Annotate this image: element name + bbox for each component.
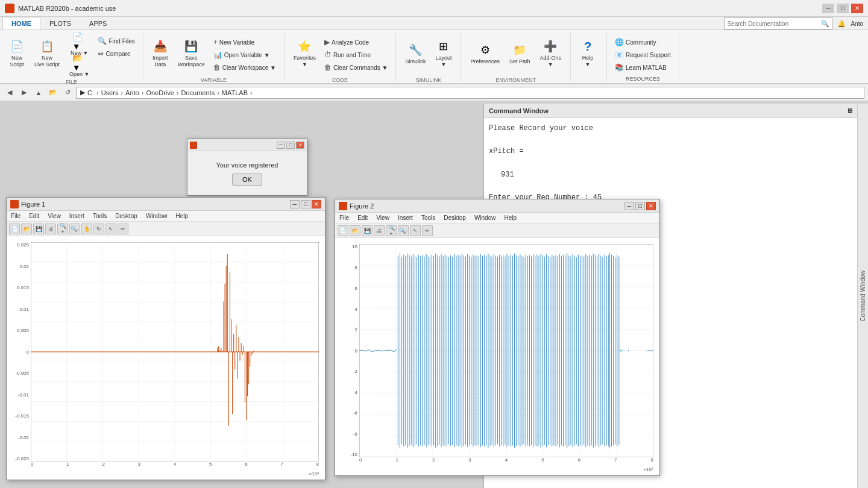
- open-icon: 📂▼: [72, 55, 87, 70]
- find-files-button[interactable]: 🔍 Find Files: [95, 35, 137, 47]
- fig2-menu-tools[interactable]: Tools: [420, 214, 437, 221]
- fig1-x-axis: 0 1 2 3 4 5 6 7 8: [31, 461, 319, 477]
- fig1-tb-new[interactable]: 📄: [9, 224, 20, 234]
- back-button[interactable]: ◀: [4, 87, 16, 99]
- fig1-menu-view[interactable]: View: [46, 213, 63, 219]
- dialog-minimize[interactable]: ─: [277, 142, 285, 149]
- up-button[interactable]: ▲: [33, 87, 45, 99]
- new-variable-label: New Variable: [219, 39, 255, 46]
- fig1-tb-save[interactable]: 💾: [33, 224, 44, 234]
- analyze-code-button[interactable]: ▶ Analyze Code: [321, 36, 391, 48]
- maximize-button[interactable]: □: [837, 4, 849, 13]
- save-workspace-button[interactable]: 💾 SaveWorkspace: [174, 33, 209, 75]
- new-script-button[interactable]: 📄 NewScript: [5, 33, 29, 75]
- resources-buttons: 🌐 Community 📧 Request Support 📚 Learn MA…: [612, 33, 674, 74]
- open-variable-button[interactable]: 📊 Open Variable ▼: [210, 49, 279, 61]
- fig2-tb-save[interactable]: 💾: [362, 225, 373, 236]
- new-script-icon: 📄: [10, 39, 24, 54]
- set-path-button[interactable]: 📁 Set Path: [505, 33, 535, 75]
- dialog-ok-button[interactable]: OK: [232, 174, 262, 186]
- preferences-button[interactable]: ⚙ Preferences: [466, 33, 504, 75]
- ribbon-section-resources: 🌐 Community 📧 Request Support 📚 Learn MA…: [607, 33, 679, 81]
- tab-plots[interactable]: PLOTS: [40, 17, 80, 30]
- fig2-tb-zoom-in[interactable]: 🔍+: [386, 225, 397, 236]
- compare-button[interactable]: ⇔ Compare: [95, 48, 137, 60]
- ribbon-section-code: ⭐ Favorites▼ ▶ Analyze Code ⏱ Run and Ti…: [285, 33, 397, 81]
- add-ons-button[interactable]: ➕ Add-Ons▼: [535, 33, 565, 75]
- import-data-icon: 📥: [153, 39, 168, 54]
- fig1-menu-desktop[interactable]: Desktop: [113, 213, 139, 219]
- fig1-menu-help[interactable]: Help: [174, 213, 190, 219]
- figure2-window: Figure 2 ─ □ ✕ File Edit View Insert Too…: [335, 199, 660, 476]
- import-data-button[interactable]: 📥 ImportData: [148, 33, 172, 75]
- fig1-maximize[interactable]: □: [301, 200, 310, 208]
- fig2-minimize[interactable]: ─: [624, 202, 634, 210]
- favorites-button[interactable]: ⭐ Favorites▼: [289, 33, 320, 75]
- fig1-close[interactable]: ✕: [312, 200, 321, 208]
- fig2-maximize[interactable]: □: [635, 202, 645, 210]
- fig1-tb-pan[interactable]: ✋: [81, 224, 92, 234]
- fig1-tb-rotate[interactable]: ↻: [93, 224, 104, 234]
- fig2-menu-help[interactable]: Help: [503, 214, 519, 221]
- fig1-tb-print[interactable]: 🖨: [45, 224, 56, 234]
- fig1-menu-tools[interactable]: Tools: [91, 213, 108, 219]
- help-button[interactable]: ? Help▼: [576, 33, 600, 75]
- fig1-menu-edit[interactable]: Edit: [27, 213, 41, 219]
- cw-expand-icon[interactable]: ⊞: [848, 107, 852, 114]
- tab-home[interactable]: HOME: [2, 17, 40, 30]
- browse-button[interactable]: 📂: [47, 87, 59, 99]
- new-live-script-button[interactable]: 📋 NewLive Script: [30, 33, 64, 75]
- fig1-tb-cursor[interactable]: ↖: [105, 224, 116, 234]
- fig2-tb-new[interactable]: 📄: [338, 225, 348, 236]
- forward-button[interactable]: ▶: [18, 87, 30, 99]
- fig1-tb-brush[interactable]: ✏: [118, 224, 128, 234]
- fig2-menu-file[interactable]: File: [338, 214, 351, 221]
- fig2-tb-print[interactable]: 🖨: [374, 225, 385, 236]
- user-button[interactable]: Anto: [851, 20, 863, 27]
- minimize-button[interactable]: ─: [822, 4, 834, 13]
- fig2-menubar: File Edit View Insert Tools Desktop Wind…: [335, 213, 659, 224]
- simulink-button[interactable]: 🔧 Simulink: [401, 33, 430, 75]
- fig2-tb-open[interactable]: 📂: [350, 225, 360, 236]
- layout-button[interactable]: ⊞ Layout▼: [431, 33, 456, 75]
- fig2-tb-brush[interactable]: ✏: [422, 225, 433, 236]
- refresh-button[interactable]: ↺: [61, 87, 74, 99]
- clear-commands-icon: 🗑: [324, 63, 332, 72]
- fig1-menu-window[interactable]: Window: [144, 213, 169, 219]
- new-live-script-label: NewLive Script: [34, 55, 60, 68]
- fig1-tb-open[interactable]: 📂: [21, 224, 32, 234]
- request-support-button[interactable]: 📧 Request Support: [612, 49, 674, 61]
- search-input[interactable]: [727, 20, 821, 27]
- fig2-tb-cursor[interactable]: ↖: [410, 225, 421, 236]
- clear-commands-button[interactable]: 🗑 Clear Commands ▼: [321, 61, 391, 74]
- learn-matlab-button[interactable]: 📚 Learn MATLAB: [612, 61, 674, 74]
- fig2-tb-zoom-out[interactable]: 🔍-: [398, 225, 409, 236]
- dialog-close[interactable]: ✕: [296, 142, 304, 149]
- dialog-maximize[interactable]: □: [286, 142, 295, 149]
- fig1-tb-zoom-in[interactable]: 🔍+: [57, 224, 68, 234]
- figure1-window: Figure 1 ─ □ ✕ File Edit View Insert Too…: [6, 197, 326, 480]
- file-section-title: FILE: [5, 77, 138, 85]
- tab-apps[interactable]: APPS: [80, 17, 116, 30]
- dialog-icon: [190, 142, 197, 149]
- clear-workspace-button[interactable]: 🗑 Clear Workspace ▼: [210, 61, 279, 74]
- run-and-time-button[interactable]: ⏱ Run and Time: [321, 49, 391, 61]
- fig2-menu-window[interactable]: Window: [473, 214, 498, 221]
- new-variable-button[interactable]: + New Variable: [210, 36, 279, 48]
- fig2-close[interactable]: ✕: [646, 202, 656, 210]
- fig2-menu-desktop[interactable]: Desktop: [442, 214, 468, 221]
- fig2-menu-insert[interactable]: Insert: [396, 214, 415, 221]
- notification-icon[interactable]: 🔔: [837, 20, 846, 28]
- community-button[interactable]: 🌐 Community: [612, 36, 674, 48]
- search-box[interactable]: 🔍: [724, 17, 832, 30]
- fig1-menu-file[interactable]: File: [9, 213, 22, 219]
- address-bar[interactable]: ▶ C: › Users › Anto › OneDrive › Documen…: [76, 87, 864, 99]
- analyze-code-icon: ▶: [324, 38, 330, 46]
- fig1-tb-zoom-out[interactable]: 🔍-: [69, 224, 80, 234]
- fig1-minimize[interactable]: ─: [290, 200, 300, 208]
- fig2-menu-edit[interactable]: Edit: [356, 214, 370, 221]
- fig2-menu-view[interactable]: View: [374, 214, 391, 221]
- open-button[interactable]: 📂▼ Open ▼: [65, 56, 93, 77]
- close-button[interactable]: ✕: [851, 4, 863, 13]
- fig1-menu-insert[interactable]: Insert: [68, 213, 86, 219]
